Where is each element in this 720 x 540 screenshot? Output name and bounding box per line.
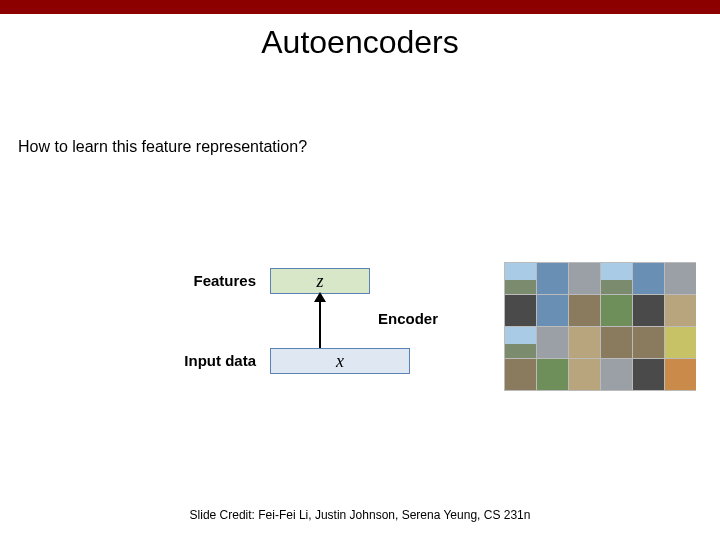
features-label: Features — [148, 272, 256, 289]
grid-cell — [505, 359, 536, 390]
grid-cell — [601, 295, 632, 326]
grid-cell — [537, 295, 568, 326]
grid-cell — [665, 295, 696, 326]
grid-cell — [665, 359, 696, 390]
input-label: Input data — [148, 352, 256, 369]
encoder-diagram: Features z Encoder Input data x — [140, 270, 440, 390]
slide: Autoencoders How to learn this feature r… — [0, 0, 720, 540]
slide-credit: Slide Credit: Fei-Fei Li, Justin Johnson… — [0, 508, 720, 522]
grid-cell — [601, 327, 632, 358]
grid-cell — [633, 295, 664, 326]
grid-cell — [569, 263, 600, 294]
question-text: How to learn this feature representation… — [18, 138, 307, 156]
grid-cell — [569, 327, 600, 358]
grid-cell — [633, 263, 664, 294]
header-bar — [0, 0, 720, 14]
grid-cell — [505, 263, 536, 294]
encoder-label: Encoder — [378, 310, 438, 327]
grid-cell — [665, 327, 696, 358]
grid-cell — [537, 327, 568, 358]
grid-cell — [633, 327, 664, 358]
sample-image-grid — [504, 262, 696, 391]
grid-cell — [537, 263, 568, 294]
grid-cell — [505, 327, 536, 358]
arrow-up-icon — [319, 294, 321, 348]
slide-title: Autoencoders — [0, 24, 720, 61]
z-box: z — [270, 268, 370, 294]
grid-cell — [601, 359, 632, 390]
grid-cell — [633, 359, 664, 390]
grid-cell — [505, 295, 536, 326]
grid-cell — [601, 263, 632, 294]
x-box: x — [270, 348, 410, 374]
grid-cell — [665, 263, 696, 294]
grid-cell — [569, 295, 600, 326]
grid-cell — [569, 359, 600, 390]
grid-cell — [537, 359, 568, 390]
